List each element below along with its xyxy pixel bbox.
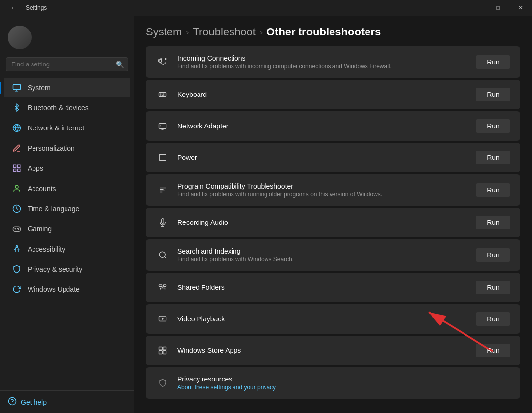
back-button[interactable]: ← (6, 0, 22, 16)
svg-rect-5 (18, 165, 20, 167)
program-compat-run-button[interactable]: Run (476, 183, 510, 197)
minimize-icon: — (472, 4, 478, 11)
shared-folders-text: Shared Folders (177, 284, 468, 291)
network-adapter-text: Network Adapter (177, 122, 468, 130)
program-compat-subtitle: Find and fix problems with running older… (177, 191, 468, 198)
privacy-resources-icon (156, 376, 169, 390)
svg-rect-18 (159, 93, 166, 97)
titlebar: ← Settings — □ ✕ (0, 0, 532, 16)
svg-point-36 (159, 252, 165, 257)
sidebar-label-time: Time & language (28, 205, 79, 213)
svg-rect-7 (18, 169, 20, 172)
windows-store-run-button[interactable]: Run (476, 344, 510, 357)
shared-folders-run-button[interactable]: Run (476, 281, 510, 294)
power-run-button[interactable]: Run (476, 151, 510, 164)
sidebar-label-apps: Apps (28, 164, 43, 172)
svg-rect-6 (13, 169, 16, 172)
sidebar-label-network: Network & internet (28, 124, 84, 132)
breadcrumb-current: Other troubleshooters (266, 26, 381, 38)
svg-rect-46 (159, 347, 163, 350)
network-adapter-run-button[interactable]: Run (476, 119, 510, 133)
search-input[interactable] (6, 57, 128, 71)
svg-rect-38 (159, 285, 162, 287)
video-playback-title: Video Playback (177, 315, 468, 323)
sidebar-label-gaming: Gaming (28, 225, 52, 233)
search-indexing-run-button[interactable]: Run (476, 248, 510, 262)
program-compat-text: Program Compatibility TroubleshooterFind… (177, 182, 468, 198)
sidebar-label-personalization: Personalization (28, 144, 75, 152)
troubleshooters-list: Incoming ConnectionsFind and fix problem… (134, 46, 532, 413)
troubleshooter-row-privacy-resources: Privacy resourcesAbout these settings an… (146, 367, 520, 399)
network-icon (12, 123, 22, 133)
sidebar-item-privacy[interactable]: Privacy & security (4, 259, 130, 279)
sidebar-item-gaming[interactable]: Gaming (4, 219, 130, 239)
minimize-button[interactable]: — (464, 0, 487, 16)
troubleshooter-row-video-playback: Video PlaybackRun (146, 304, 520, 334)
search-icon: 🔍 (116, 61, 124, 68)
keyboard-text: Keyboard (177, 91, 468, 98)
sidebar-item-accounts[interactable]: Accounts (4, 179, 130, 198)
svg-rect-48 (159, 351, 163, 354)
sidebar-item-bluetooth[interactable]: Bluetooth & devices (4, 98, 130, 118)
keyboard-run-button[interactable]: Run (476, 88, 510, 101)
back-icon: ← (11, 4, 17, 11)
get-help-label: Get help (21, 398, 47, 406)
power-icon (156, 151, 169, 164)
window-controls: — □ ✕ (464, 0, 532, 16)
recording-audio-title: Recording Audio (177, 219, 468, 226)
bluetooth-icon (12, 103, 22, 113)
video-playback-run-button[interactable]: Run (476, 312, 510, 326)
get-help-button[interactable]: Get help (8, 397, 126, 407)
svg-rect-0 (13, 84, 21, 90)
app-body: 🔍 System Bluetooth & devices Network & i… (0, 16, 532, 413)
system-icon (12, 83, 22, 93)
sidebar: 🔍 System Bluetooth & devices Network & i… (0, 16, 134, 413)
privacy-resources-title: Privacy resources (177, 375, 510, 383)
privacy-resources-text: Privacy resourcesAbout these settings an… (177, 375, 510, 391)
recording-audio-run-button[interactable]: Run (476, 216, 510, 229)
keyboard-icon (156, 88, 169, 101)
time-icon (12, 204, 22, 214)
incoming-run-button[interactable]: Run (476, 55, 510, 69)
svg-rect-39 (164, 285, 166, 287)
sidebar-label-privacy: Privacy & security (28, 265, 82, 273)
sidebar-label-accounts: Accounts (28, 185, 56, 192)
search-indexing-subtitle: Find and fix problems with Windows Searc… (177, 256, 468, 263)
troubleshooter-row-shared-folders: Shared FoldersRun (146, 273, 520, 302)
troubleshooter-row-power: PowerRun (146, 143, 520, 172)
sidebar-item-system[interactable]: System (4, 78, 130, 97)
sidebar-item-time[interactable]: Time & language (4, 199, 130, 219)
troubleshooter-row-windows-store: Windows Store AppsRun (146, 336, 520, 365)
sidebar-nav: System Bluetooth & devices Network & int… (0, 77, 134, 390)
breadcrumb-sep-2: › (260, 27, 263, 37)
sidebar-item-apps[interactable]: Apps (4, 159, 130, 178)
sidebar-item-network[interactable]: Network & internet (4, 118, 130, 138)
troubleshooter-row-program-compat: Program Compatibility TroubleshooterFind… (146, 174, 520, 206)
breadcrumb-system[interactable]: System (146, 26, 182, 38)
svg-point-13 (18, 229, 19, 230)
maximize-button[interactable]: □ (487, 0, 509, 16)
svg-point-15 (16, 246, 18, 247)
breadcrumb-troubleshoot[interactable]: Troubleshoot (193, 26, 256, 38)
power-title: Power (177, 154, 468, 161)
sidebar-label-accessibility: Accessibility (28, 245, 65, 253)
get-help-icon (8, 397, 17, 407)
troubleshooter-row-network-adapter: Network AdapterRun (146, 111, 520, 141)
privacy-resources-subtitle: About these settings and your privacy (177, 384, 510, 391)
incoming-title: Incoming Connections (177, 54, 468, 62)
sidebar-item-personalization[interactable]: Personalization (4, 138, 130, 158)
windows-store-icon (156, 344, 169, 357)
sidebar-item-accessibility[interactable]: Accessibility (4, 239, 130, 259)
sidebar-label-bluetooth: Bluetooth & devices (28, 104, 89, 112)
svg-rect-4 (13, 165, 16, 167)
maximize-icon: □ (496, 4, 499, 11)
sidebar-item-update[interactable]: Windows Update (4, 280, 130, 299)
update-icon (12, 285, 22, 294)
svg-rect-29 (159, 154, 166, 161)
personalization-icon (12, 143, 22, 153)
breadcrumb: System › Troubleshoot › Other troublesho… (134, 16, 532, 46)
troubleshooter-row-keyboard: KeyboardRun (146, 80, 520, 109)
incoming-subtitle: Find and fix problems with incoming comp… (177, 63, 468, 70)
close-button[interactable]: ✕ (509, 0, 532, 16)
network-adapter-title: Network Adapter (177, 122, 468, 130)
